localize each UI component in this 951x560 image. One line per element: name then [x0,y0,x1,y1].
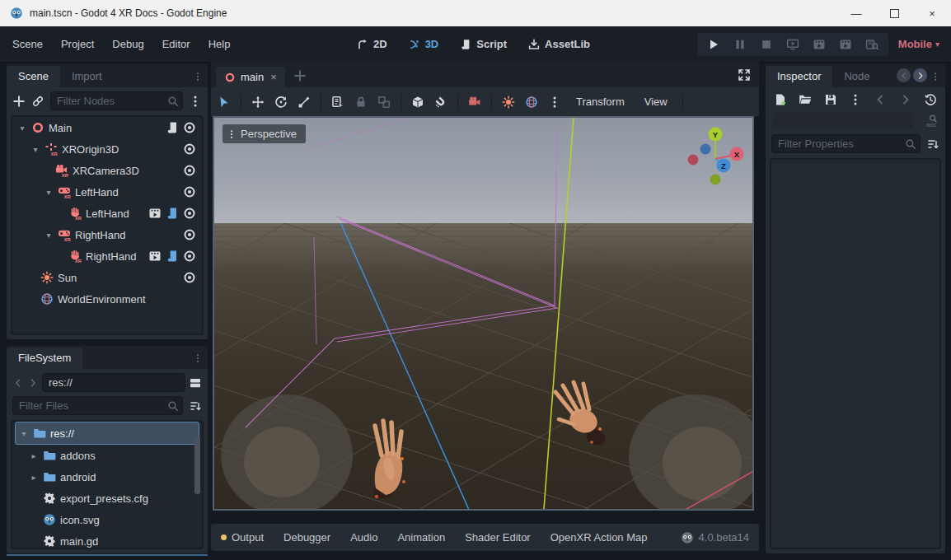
rotate-tool-icon[interactable] [274,96,288,109]
toolbar-menu-icon[interactable] [548,96,561,109]
close-tab-icon[interactable]: × [270,71,277,83]
visibility-icon[interactable] [183,228,196,241]
snap-icon[interactable] [434,96,447,109]
scene-tab-main[interactable]: main × [216,67,285,87]
axis-neg-z-ball[interactable] [700,144,711,155]
visibility-icon[interactable] [183,185,196,198]
workspace-2d[interactable]: 2D [349,34,395,54]
load-resource-button[interactable] [799,93,812,106]
file-row-main-gd[interactable]: main.gd [12,530,202,549]
filter-files-input[interactable] [12,396,183,415]
dock-menu-icon[interactable] [193,353,203,363]
tree-node-xrcamera3d[interactable]: XRCamera3D [12,160,202,181]
move-tool-icon[interactable] [251,96,265,109]
dock-menu-icon[interactable] [193,72,203,82]
camera-preview-icon[interactable] [468,96,481,109]
tab-scroll-left-button[interactable] [897,68,911,82]
axis-neg-x-ball[interactable] [688,155,699,166]
view-menu[interactable]: View [639,92,672,111]
group-node-icon[interactable] [377,96,391,109]
viewport-3d[interactable]: Y X Z Perspective [213,116,754,511]
visibility-icon[interactable] [183,271,196,284]
tab-node[interactable]: Node [832,66,881,87]
list-select-icon[interactable] [331,96,344,109]
script-badge-icon[interactable] [166,250,179,263]
tree-node-righthand-controller[interactable]: ▾ RightHand [12,224,202,245]
renderer-dropdown[interactable]: Mobile▾ [898,38,939,50]
property-filter-icon[interactable] [926,138,939,151]
collapse-arrow[interactable]: ▾ [30,145,40,154]
visibility-icon[interactable] [183,142,196,156]
panel-output[interactable]: Output [221,531,264,544]
collapse-arrow[interactable]: ▾ [44,188,54,197]
open-docs-icon[interactable] [925,114,939,128]
lock-node-icon[interactable] [354,96,368,109]
tree-node-worldenvironment[interactable]: WorldEnvironment [12,288,202,310]
select-tool-icon[interactable] [218,96,231,109]
file-row-export-presets[interactable]: export_presets.cfg [12,488,202,509]
axis-neg-y-ball[interactable] [710,175,721,185]
panel-debugger[interactable]: Debugger [283,531,330,544]
panel-animation[interactable]: Animation [397,531,445,544]
save-resource-button[interactable] [824,93,837,106]
tree-node-lefthand-controller[interactable]: ▾ LeftHand [12,181,202,203]
tab-scroll-right-button[interactable] [913,68,927,82]
file-row-addons[interactable]: ▸ addons [12,445,202,466]
stop-button[interactable] [760,38,773,51]
file-tree-scrollbar[interactable] [194,436,200,494]
file-row-android[interactable]: ▸ android [12,466,202,488]
instance-scene-button[interactable] [31,95,45,108]
tree-node-sun[interactable]: Sun [12,267,202,288]
collapse-arrow[interactable]: ▾ [44,231,54,240]
play-custom-scene-button[interactable] [839,38,852,51]
instanced-scene-badge-icon[interactable] [148,250,162,263]
preview-sun-icon[interactable] [502,96,515,109]
visibility-icon[interactable] [183,207,196,220]
script-badge-icon[interactable] [166,121,179,134]
visibility-icon[interactable] [183,121,196,134]
perspective-menu[interactable]: Perspective [223,124,306,143]
panel-shader-editor[interactable]: Shader Editor [465,531,531,544]
tree-node-xrorigin3d[interactable]: ▾ XROrigin3D [12,138,202,160]
tree-node-main[interactable]: ▾ Main [12,117,202,138]
workspace-assetlib[interactable]: AssetLib [521,34,597,54]
path-field[interactable] [42,373,185,392]
collapse-arrow[interactable]: ▸ [29,451,39,460]
collapse-arrow[interactable]: ▸ [29,473,39,482]
instanced-scene-badge-icon[interactable] [148,207,162,220]
preview-environment-icon[interactable] [525,96,538,109]
workspace-3d[interactable]: 3D [401,34,447,54]
history-back-icon[interactable] [874,93,887,106]
visibility-icon[interactable] [183,164,196,177]
collapse-arrow[interactable]: ▾ [19,429,29,438]
close-button[interactable]: × [913,0,951,26]
tab-import[interactable]: Import [60,66,114,87]
menu-project[interactable]: Project [52,33,103,55]
new-tab-icon[interactable] [293,69,307,82]
workspace-script[interactable]: Script [452,34,514,54]
filter-properties-input[interactable] [771,134,921,153]
panel-openxr-action-map[interactable]: OpenXR Action Map [550,531,648,544]
script-badge-icon[interactable] [166,207,179,220]
expand-viewport-icon[interactable] [738,68,751,82]
resource-options-icon[interactable] [849,93,862,106]
collapse-arrow[interactable]: ▾ [17,124,27,133]
tree-node-lefthand-mesh[interactable]: LeftHand [12,203,202,224]
menu-debug[interactable]: Debug [103,33,152,55]
local-space-icon[interactable] [411,96,424,109]
split-view-icon[interactable] [189,376,202,390]
tab-scene[interactable]: Scene [7,66,60,87]
play-remote-button[interactable] [786,38,799,51]
pause-button[interactable] [733,38,747,51]
minimize-button[interactable]: — [837,0,875,26]
panel-audio[interactable]: Audio [350,531,377,544]
scene-tree-menu-icon[interactable] [189,95,202,108]
file-row-res[interactable]: ▾ res:// [15,422,199,445]
history-forward-icon[interactable] [899,93,912,106]
nav-forward-icon[interactable] [27,377,39,389]
menu-editor[interactable]: Editor [153,33,199,55]
maximize-button[interactable] [875,0,913,26]
tree-node-righthand-mesh[interactable]: RightHand [12,245,202,267]
new-resource-button[interactable] [774,93,787,106]
nav-back-icon[interactable] [12,377,24,389]
